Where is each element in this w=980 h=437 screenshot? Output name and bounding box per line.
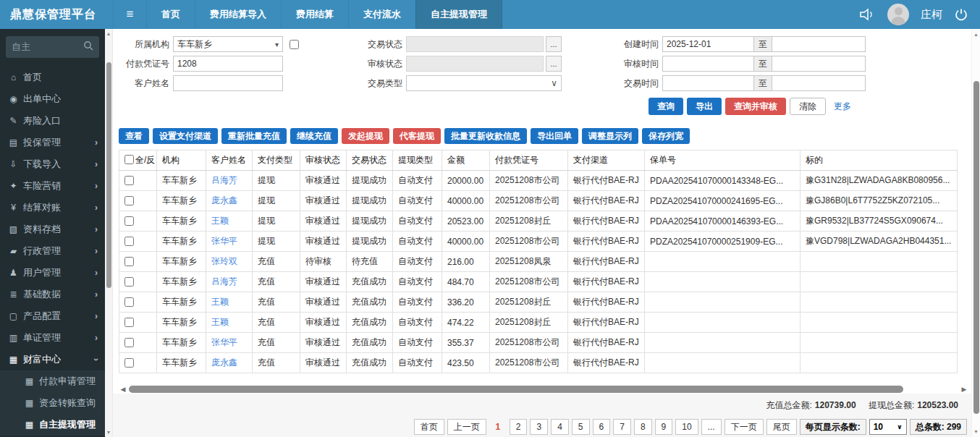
sidebar-item-car-marketing[interactable]: ✦车险营销› (0, 175, 105, 197)
customer-link[interactable]: 吕海芳 (206, 171, 253, 191)
row-checkbox[interactable] (124, 318, 134, 327)
create-time-from-input[interactable] (662, 36, 754, 52)
row-checkbox[interactable] (124, 216, 134, 226)
sidebar-scrollbar[interactable]: ▲ ▼ (105, 29, 113, 437)
trade-status-picker-button[interactable]: ... (546, 36, 562, 52)
page-1[interactable]: 1 (489, 419, 507, 435)
page-ellipsis[interactable]: ... (701, 419, 722, 435)
scroll-left-icon[interactable]: ◀ (119, 386, 127, 393)
horizontal-scrollbar-thumb[interactable] (129, 386, 903, 393)
last-page-button[interactable]: 尾页 (766, 419, 797, 435)
page-6[interactable]: 6 (593, 419, 611, 435)
sidebar-item-wealth-center[interactable]: ▦财富中心› (0, 349, 105, 370)
toolbar-button-批量更新收款信息[interactable]: 批量更新收款信息 (444, 128, 527, 144)
tab-费用结算[interactable]: 费用结算 (281, 0, 348, 29)
horizontal-scrollbar[interactable]: ◀ ▶ (119, 385, 968, 394)
sidebar-item-life-entry[interactable]: ✎寿险入口 (0, 110, 105, 132)
toolbar-button-保存列宽[interactable]: 保存列宽 (642, 128, 690, 144)
sidebar-item-archive[interactable]: ▧资料存档› (0, 218, 105, 240)
customer-input[interactable] (173, 75, 283, 91)
create-time-to-input[interactable] (772, 36, 866, 52)
customer-link[interactable]: 王颖 (206, 313, 253, 333)
sidebar-item-base-data[interactable]: ≣基础数据› (0, 284, 105, 305)
scroll-down-icon[interactable]: ▼ (972, 429, 980, 434)
audit-time-to-input[interactable] (772, 56, 866, 72)
audit-status-picker-button[interactable]: ... (546, 56, 562, 72)
customer-link[interactable]: 张华平 (206, 333, 253, 353)
main-scrollbar-thumb[interactable] (973, 81, 979, 414)
org-select[interactable]: 车车新乡 ▾ (173, 36, 283, 52)
power-icon[interactable] (954, 7, 968, 22)
org-checkbox[interactable] (290, 40, 299, 49)
scroll-right-icon[interactable]: ▶ (960, 386, 968, 393)
sidebar-scrollbar-thumb[interactable] (106, 62, 111, 288)
audit-time-from-input[interactable] (662, 56, 754, 72)
trade-time-from-input[interactable] (662, 75, 754, 91)
tab-费用结算导入[interactable]: 费用结算导入 (195, 0, 281, 29)
next-page-button[interactable]: 下一页 (725, 419, 764, 435)
page-8[interactable]: 8 (634, 419, 652, 435)
toolbar-button-发起提现[interactable]: 发起提现 (342, 128, 389, 144)
page-5[interactable]: 5 (572, 419, 590, 435)
page-9[interactable]: 9 (655, 419, 673, 435)
customer-link[interactable]: 王颖 (206, 211, 253, 232)
trade-type-select[interactable]: ∨ (406, 75, 562, 91)
hamburger-icon[interactable]: ≡ (113, 0, 146, 29)
sidebar-item-doc-mgmt[interactable]: ▥单证管理› (0, 327, 105, 349)
sidebar-item-payment-apply[interactable]: ▦付款申请管理 (0, 370, 105, 392)
user-name[interactable]: 庄柯 (921, 8, 942, 22)
customer-link[interactable]: 张华平 (206, 232, 253, 252)
sidebar-item-user-mgmt[interactable]: ♟用户管理› (0, 262, 105, 284)
customer-link[interactable]: 张玲双 (206, 252, 253, 272)
select-all-checkbox[interactable] (124, 155, 134, 164)
trade-time-to-input[interactable] (772, 75, 866, 91)
toolbar-button-调整显示列[interactable]: 调整显示列 (582, 128, 638, 144)
sidebar-item-settlement[interactable]: ¥结算对账› (0, 197, 105, 218)
sidebar-item-fund-transfer[interactable]: ▦资金转账查询 (0, 392, 105, 414)
scroll-up-icon[interactable]: ▲ (105, 31, 112, 36)
row-checkbox[interactable] (124, 277, 134, 287)
sidebar-item-home[interactable]: ⌂首页 (0, 67, 105, 88)
sidebar-search-input[interactable]: 自主 (6, 36, 99, 58)
prev-page-button[interactable]: 上一页 (447, 419, 486, 435)
more-link[interactable]: 更多 (834, 101, 851, 113)
horizontal-scrollbar-track[interactable] (127, 385, 960, 394)
sidebar-item-self-withdraw[interactable]: ▦自主提现管理 (0, 414, 105, 436)
search-and-audit-button[interactable]: 查询并审核 (725, 98, 786, 115)
row-checkbox[interactable] (124, 338, 134, 347)
speaker-icon[interactable] (858, 7, 876, 22)
sidebar-item-product-config[interactable]: ▢产品配置› (0, 305, 105, 327)
avatar[interactable] (887, 4, 909, 25)
toolbar-button-代客提现[interactable]: 代客提现 (393, 128, 441, 144)
tab-首页[interactable]: 首页 (146, 0, 195, 29)
row-checkbox[interactable] (124, 176, 134, 185)
search-icon[interactable] (83, 41, 93, 54)
first-page-button[interactable]: 首页 (414, 419, 444, 435)
search-button[interactable]: 查询 (649, 98, 683, 115)
customer-link[interactable]: 王颖 (206, 292, 253, 313)
sidebar-item-issue-center[interactable]: ◉出单中心 (0, 88, 105, 110)
toolbar-button-查看[interactable]: 查看 (119, 128, 149, 144)
main-scrollbar[interactable]: ▲ ▼ (971, 29, 980, 437)
export-button[interactable]: 导出 (687, 98, 722, 115)
scroll-up-icon[interactable]: ▲ (972, 32, 980, 37)
toolbar-button-设置支付渠道[interactable]: 设置支付渠道 (153, 128, 218, 144)
page-7[interactable]: 7 (613, 419, 631, 435)
page-4[interactable]: 4 (551, 419, 569, 435)
customer-link[interactable]: 庞永鑫 (206, 191, 253, 211)
toolbar-button-继续充值[interactable]: 继续充值 (290, 128, 338, 144)
row-checkbox[interactable] (124, 358, 134, 368)
tab-支付流水[interactable]: 支付流水 (348, 0, 415, 29)
voucher-input[interactable] (173, 56, 283, 72)
scroll-down-icon[interactable]: ▼ (105, 430, 112, 435)
row-checkbox[interactable] (124, 297, 134, 307)
page-3[interactable]: 3 (530, 419, 548, 435)
page-10[interactable]: 10 (675, 419, 698, 435)
row-checkbox[interactable] (124, 196, 134, 205)
per-page-select[interactable]: 10∨ (869, 419, 907, 435)
customer-link[interactable]: 庞永鑫 (206, 353, 253, 373)
row-checkbox[interactable] (124, 237, 134, 246)
customer-link[interactable]: 吕海芳 (206, 272, 253, 292)
page-2[interactable]: 2 (510, 419, 528, 435)
row-checkbox[interactable] (124, 257, 134, 266)
